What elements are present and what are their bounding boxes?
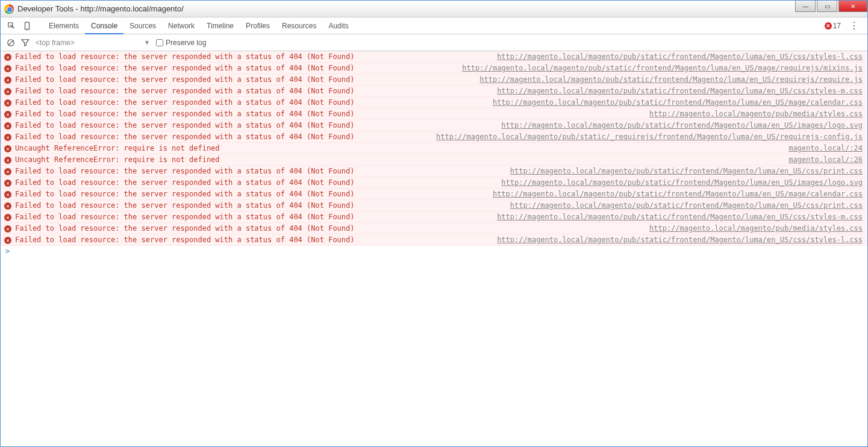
- console-row: ✕Failed to load resource: the server res…: [1, 131, 867, 143]
- console-source-link[interactable]: http://magento.local/magento/pub/media/s…: [649, 110, 863, 118]
- console-message: Uncaught ReferenceError: require is not …: [15, 144, 782, 152]
- error-icon: ✕: [4, 145, 11, 152]
- console-message: Failed to load resource: the server resp…: [15, 178, 495, 187]
- preserve-log-checkbox[interactable]: [156, 39, 163, 46]
- console-log-area[interactable]: ✕Failed to load resource: the server res…: [1, 51, 867, 446]
- maximize-button[interactable]: ▭: [817, 1, 837, 12]
- error-icon: ✕: [4, 237, 11, 244]
- console-source-link[interactable]: http://magento.local/magento/pub/static/…: [497, 87, 863, 95]
- error-icon: ✕: [4, 225, 11, 233]
- console-source-link[interactable]: http://magento.local/magento/pub/static/…: [462, 64, 863, 72]
- tabs-container: ElementsConsoleSourcesNetworkTimelinePro…: [43, 17, 355, 34]
- console-row: ✕Failed to load resource: the server res…: [1, 97, 867, 108]
- error-icon: ✕: [4, 122, 11, 130]
- console-source-link[interactable]: http://magento.local/magento/pub/static/…: [436, 133, 863, 141]
- svg-point-1: [27, 28, 27, 28]
- console-source-link[interactable]: http://magento.local/magento/pub/static/…: [510, 167, 863, 175]
- console-row: ✕Uncaught ReferenceError: require is not…: [1, 143, 867, 154]
- window-controls: — ▭ ✕: [794, 1, 867, 13]
- filter-icon[interactable]: [21, 39, 30, 47]
- console-message: Failed to load resource: the server resp…: [15, 75, 473, 84]
- console-filter-row: <top frame> ▼ Preserve log: [1, 34, 867, 51]
- preserve-log-control[interactable]: Preserve log: [156, 39, 206, 47]
- tab-network[interactable]: Network: [162, 17, 201, 34]
- tab-profiles[interactable]: Profiles: [240, 17, 276, 34]
- error-icon: ✕: [4, 180, 11, 187]
- tabs-right-controls: ✕ 17 ⋮: [825, 20, 863, 31]
- chrome-icon: [4, 4, 14, 14]
- console-row: ✕Failed to load resource: the server res…: [1, 63, 867, 74]
- tab-console[interactable]: Console: [85, 17, 123, 34]
- console-row: ✕Failed to load resource: the server res…: [1, 51, 867, 63]
- preserve-log-label: Preserve log: [166, 39, 206, 47]
- console-row: ✕Failed to load resource: the server res…: [1, 211, 867, 223]
- tab-resources[interactable]: Resources: [276, 17, 322, 34]
- console-message: Failed to load resource: the server resp…: [15, 121, 495, 130]
- tab-elements[interactable]: Elements: [43, 17, 85, 34]
- console-message: Failed to load resource: the server resp…: [15, 64, 456, 72]
- toggle-device-icon[interactable]: [21, 20, 33, 32]
- tab-timeline[interactable]: Timeline: [201, 17, 240, 34]
- console-row: ✕Failed to load resource: the server res…: [1, 234, 867, 246]
- window-title: Developer Tools - http://magento.local/m…: [17, 4, 184, 13]
- console-message: Uncaught ReferenceError: require is not …: [15, 155, 782, 164]
- frame-selector[interactable]: <top frame> ▼: [36, 39, 150, 47]
- console-source-link[interactable]: magento.local/:24: [788, 144, 863, 152]
- console-message: Failed to load resource: the server resp…: [15, 133, 430, 141]
- console-source-link[interactable]: magento.local/:26: [788, 155, 863, 164]
- console-row: ✕Failed to load resource: the server res…: [1, 177, 867, 189]
- devtools-window: Developer Tools - http://magento.local/m…: [0, 0, 868, 447]
- error-indicator[interactable]: ✕ 17: [825, 22, 841, 30]
- console-message: Failed to load resource: the server resp…: [15, 98, 487, 107]
- console-source-link[interactable]: http://magento.local/magento/pub/static/…: [497, 52, 863, 61]
- console-row: ✕Failed to load resource: the server res…: [1, 108, 867, 120]
- console-source-link[interactable]: http://magento.local/magento/pub/static/…: [479, 75, 863, 84]
- error-icon: ✕: [4, 157, 11, 164]
- console-source-link[interactable]: http://magento.local/magento/pub/static/…: [497, 236, 863, 244]
- tab-sources[interactable]: Sources: [123, 17, 162, 34]
- error-icon: ✕: [4, 191, 11, 198]
- devtools-tabs-row: ElementsConsoleSourcesNetworkTimelinePro…: [1, 17, 867, 34]
- console-prompt[interactable]: >: [1, 246, 867, 257]
- console-row: ✕Failed to load resource: the server res…: [1, 189, 867, 200]
- error-icon: ✕: [4, 65, 11, 72]
- error-icon: ✕: [4, 77, 11, 84]
- error-icon: ✕: [4, 99, 11, 107]
- window-titlebar: Developer Tools - http://magento.local/m…: [1, 1, 867, 17]
- console-row: ✕Failed to load resource: the server res…: [1, 200, 867, 211]
- console-source-link[interactable]: http://magento.local/magento/pub/media/s…: [649, 224, 863, 233]
- console-source-link[interactable]: http://magento.local/magento/pub/static/…: [501, 178, 863, 187]
- error-icon: ✕: [4, 88, 11, 95]
- kebab-menu-icon[interactable]: ⋮: [846, 20, 863, 31]
- error-icon: ✕: [4, 202, 11, 210]
- console-message: Failed to load resource: the server resp…: [15, 167, 504, 175]
- console-message: Failed to load resource: the server resp…: [15, 190, 487, 198]
- close-button[interactable]: ✕: [838, 1, 867, 12]
- console-message: Failed to load resource: the server resp…: [15, 236, 491, 244]
- console-row: ✕Uncaught ReferenceError: require is not…: [1, 154, 867, 166]
- error-icon: ✕: [4, 111, 11, 118]
- console-row: ✕Failed to load resource: the server res…: [1, 120, 867, 131]
- console-source-link[interactable]: http://magento.local/magento/pub/static/…: [493, 98, 863, 107]
- console-row: ✕Failed to load resource: the server res…: [1, 86, 867, 97]
- error-icon: ✕: [4, 214, 11, 221]
- console-row: ✕Failed to load resource: the server res…: [1, 166, 867, 177]
- clear-console-icon[interactable]: [7, 39, 15, 47]
- console-message: Failed to load resource: the server resp…: [15, 201, 504, 210]
- console-source-link[interactable]: http://magento.local/magento/pub/static/…: [510, 201, 863, 210]
- tab-audits[interactable]: Audits: [322, 17, 354, 34]
- console-message: Failed to load resource: the server resp…: [15, 213, 491, 221]
- console-source-link[interactable]: http://magento.local/magento/pub/static/…: [497, 213, 863, 221]
- console-source-link[interactable]: http://magento.local/magento/pub/static/…: [501, 121, 863, 130]
- error-count: 17: [833, 22, 841, 30]
- svg-line-3: [9, 40, 13, 45]
- console-message: Failed to load resource: the server resp…: [15, 87, 491, 95]
- error-icon: ✕: [4, 168, 11, 175]
- error-icon: ✕: [4, 54, 11, 61]
- inspect-element-icon[interactable]: [5, 20, 17, 32]
- console-message: Failed to load resource: the server resp…: [15, 110, 643, 118]
- console-row: ✕Failed to load resource: the server res…: [1, 223, 867, 234]
- console-row: ✕Failed to load resource: the server res…: [1, 74, 867, 86]
- console-source-link[interactable]: http://magento.local/magento/pub/static/…: [493, 190, 863, 198]
- minimize-button[interactable]: —: [795, 1, 816, 12]
